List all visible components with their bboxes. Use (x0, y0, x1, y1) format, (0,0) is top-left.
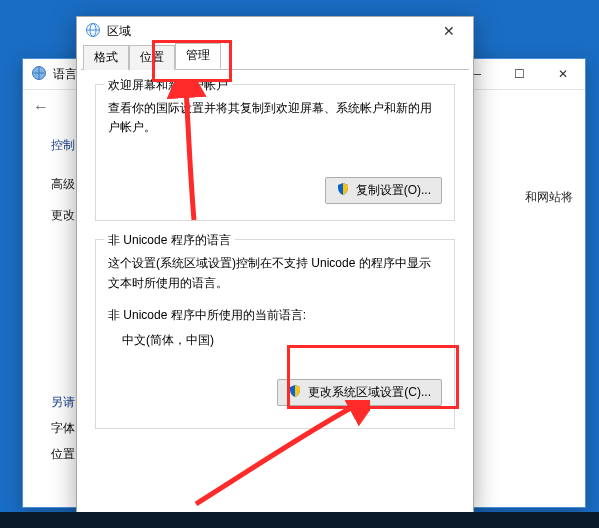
group-welcome-screen: 欢迎屏幕和新用户帐户 查看你的国际设置并将其复制到欢迎屏幕、系统帐户和新的用户帐… (95, 84, 455, 221)
group-nonunicode: 非 Unicode 程序的语言 这个设置(系统区域设置)控制在不支持 Unico… (95, 239, 455, 428)
back-close-button[interactable]: ✕ (541, 60, 585, 88)
back-arrow-icon[interactable]: ← (33, 98, 49, 116)
group-nonunicode-desc: 这个设置(系统区域设置)控制在不支持 Unicode 的程序中显示文本时所使用的… (108, 254, 442, 292)
group-welcome-legend: 欢迎屏幕和新用户帐户 (104, 77, 232, 94)
globe-icon (85, 22, 101, 41)
taskbar (0, 512, 599, 528)
tab-admin[interactable]: 管理 (175, 43, 221, 69)
dialog-close-button[interactable]: ✕ (429, 19, 469, 43)
current-language-value: 中文(简体，中国) (122, 332, 442, 349)
group-nonunicode-legend: 非 Unicode 程序的语言 (104, 232, 235, 249)
current-language-label: 非 Unicode 程序中所使用的当前语言: (108, 307, 442, 324)
link-location[interactable]: 位置 (51, 446, 75, 463)
group-welcome-desc: 查看你的国际设置并将其复制到欢迎屏幕、系统帐户和新的用户帐户。 (108, 99, 442, 137)
tab-format[interactable]: 格式 (83, 45, 129, 70)
back-maximize-button[interactable]: ☐ (497, 60, 541, 88)
tab-panel-admin: 欢迎屏幕和新用户帐户 查看你的国际设置并将其复制到欢迎屏幕、系统帐户和新的用户帐… (81, 69, 469, 505)
dialog-title: 区域 (107, 23, 131, 40)
copy-settings-label: 复制设置(O)... (356, 182, 431, 199)
change-system-locale-label: 更改系统区域设置(C)... (308, 384, 431, 401)
overflow-text: 和网站将 (525, 189, 573, 206)
back-window-title: 语言 (53, 66, 77, 83)
dialog-tabs: 格式 位置 管理 (77, 45, 473, 69)
region-dialog: 区域 ✕ 格式 位置 管理 欢迎屏幕和新用户帐户 查看你的国际设置并将其复制到欢… (76, 16, 474, 514)
copy-settings-button[interactable]: 复制设置(O)... (325, 177, 442, 204)
dialog-titlebar: 区域 ✕ (77, 17, 473, 45)
link-fonts[interactable]: 字体 (51, 420, 75, 437)
tab-location[interactable]: 位置 (129, 45, 175, 70)
see-also-label: 另请 (51, 394, 75, 411)
change-system-locale-button[interactable]: 更改系统区域设置(C)... (277, 379, 442, 406)
language-icon (31, 65, 47, 84)
shield-icon (288, 384, 302, 401)
shield-icon (336, 182, 350, 199)
